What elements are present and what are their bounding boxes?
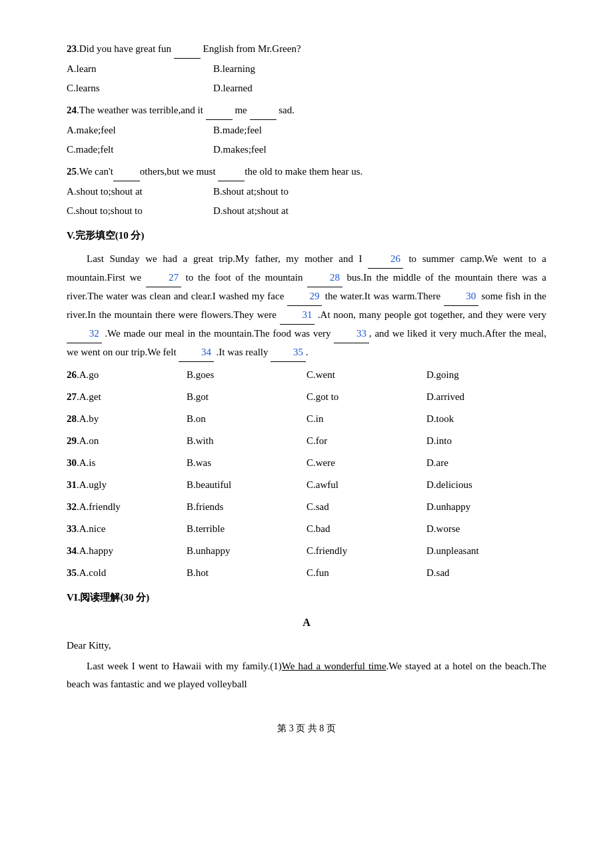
q25-optC: C.shout to;shout to (67, 202, 213, 220)
q33-optD: D.worse (426, 520, 546, 538)
q25-text3: the old to make them hear us. (245, 166, 362, 177)
q31-optD: D.delicious (426, 476, 546, 494)
section6-title: VI.阅读理解(30 分) (67, 589, 546, 607)
q24-text-after: sad. (277, 105, 295, 115)
q33-optC: C.bad (306, 520, 426, 538)
q23-optB: B.learning (213, 60, 360, 78)
answer-row-33: 33.A.nice B.terrible C.bad D.worse (67, 520, 546, 538)
q35-optD: D.sad (426, 564, 546, 582)
answer-row-31: 31.A.ugly B.beautiful C.awful D.deliciou… (67, 476, 546, 494)
section6-passage: Last week I went to Hawaii with my famil… (67, 657, 546, 693)
blank-28: 28 (307, 269, 342, 287)
section6-subtitle: A (67, 613, 546, 633)
question-25: 25.We can't others,but we must the old t… (67, 163, 546, 220)
footer-text: 第 3 页 共 8 页 (277, 723, 336, 733)
answer-row-34: 34.A.happy B.unhappy C.friendly D.unplea… (67, 542, 546, 560)
q28-optD: D.took (426, 410, 546, 428)
page-footer: 第 3 页 共 8 页 (67, 720, 546, 737)
q28-opts: 28.A.by B.on C.in D.took (67, 410, 546, 428)
q30-optC: C.were (306, 454, 426, 472)
q28-optC: C.in (306, 410, 426, 428)
q24-options-row2: C.made;felt D.makes;feel (67, 141, 546, 159)
q26-optB: B.goes (187, 366, 306, 384)
blank-26: 26 (368, 250, 403, 269)
q24-text-before: .The weather was terrible,and it (77, 105, 206, 115)
q25-line: 25.We can't others,but we must the old t… (67, 163, 546, 181)
blank-27: 27 (146, 269, 181, 287)
section5-passage: Last Sunday we had a great trip.My fathe… (67, 250, 546, 362)
q23-blank (174, 40, 201, 59)
q24-line: 24.The weather was terrible,and it me sa… (67, 101, 546, 120)
q23-text-before: .Did you have great fun (77, 43, 174, 54)
q26-optC: C.went (306, 366, 426, 384)
q33-num: 33.A.nice (67, 520, 187, 538)
blank-31: 31 (280, 306, 315, 325)
underlined-phrase: We had a wonderful time (282, 661, 386, 671)
q35-optB: B.hot (187, 564, 306, 582)
q29-num: 29.A.on (67, 432, 187, 450)
q29-opts: 29.A.on B.with C.for D.into (67, 432, 546, 450)
q27-optD: D.arrived (426, 388, 546, 406)
q23-line: 23.Did you have great fun English from M… (67, 40, 546, 59)
q32-opts: 32.A.friendly B.friends C.sad D.unhappy (67, 498, 546, 516)
answer-row-27: 27.A.get B.got C.got to D.arrived (67, 388, 546, 406)
answer-row-35: 35.A.cold B.hot C.fun D.sad (67, 564, 546, 582)
q32-optB: B.friends (187, 498, 306, 516)
q32-num: 32.A.friendly (67, 498, 187, 516)
blank-30: 30 (444, 287, 479, 306)
q35-opts: 35.A.cold B.hot C.fun D.sad (67, 564, 546, 582)
q24-optD: D.makes;feel (213, 141, 360, 159)
q27-opts: 27.A.get B.got C.got to D.arrived (67, 388, 546, 406)
blank-32: 32 (67, 325, 102, 343)
q26-optD: D.going (426, 366, 546, 384)
blank-33: 33 (334, 325, 369, 343)
q23-options-row1: A.learn B.learning (67, 60, 546, 78)
q31-num: 31.A.ugly (67, 476, 187, 494)
q35-num: 35.A.cold (67, 564, 187, 582)
q25-options-row1: A.shout to;shout at B.shout at;shout to (67, 183, 546, 201)
answer-row-26: 26.A.go B.goes C.went D.going (67, 366, 546, 384)
section6-passage-text: Last week I went to Hawaii with my famil… (67, 657, 546, 693)
blank-35: 35 (271, 343, 306, 362)
q25-blank1 (113, 163, 140, 181)
q31-opts: 31.A.ugly B.beautiful C.awful D.deliciou… (67, 476, 546, 494)
q31-optB: B.beautiful (187, 476, 306, 494)
q34-opts: 34.A.happy B.unhappy C.friendly D.unplea… (67, 542, 546, 560)
q30-opts: 30.A.is B.was C.were D.are (67, 454, 546, 472)
q24-number: 24 (67, 105, 77, 115)
q28-optB: B.on (187, 410, 306, 428)
q25-optA: A.shout to;shout at (67, 183, 213, 201)
q24-optC: C.made;felt (67, 141, 213, 159)
q33-opts: 33.A.nice B.terrible C.bad D.worse (67, 520, 546, 538)
q25-options-row2: C.shout to;shout to D.shout at;shout at (67, 202, 546, 220)
q23-options-row2: C.learns D.learned (67, 79, 546, 97)
answer-row-29: 29.A.on B.with C.for D.into (67, 432, 546, 450)
q24-options-row1: A.make;feel B.made;feel (67, 121, 546, 139)
dear-kitty-line: Dear Kitty, (67, 637, 546, 655)
q32-optD: D.unhappy (426, 498, 546, 516)
q27-num: 27.A.get (67, 388, 187, 406)
question-23: 23.Did you have great fun English from M… (67, 40, 546, 97)
answer-row-32: 32.A.friendly B.friends C.sad D.unhappy (67, 498, 546, 516)
q25-optB: B.shout at;shout to (213, 183, 360, 201)
q23-text-after: English from Mr.Green? (201, 43, 301, 54)
q25-text2: others,but we must (140, 166, 219, 177)
q24-blank1 (206, 101, 233, 120)
q23-optD: D.learned (213, 79, 360, 97)
q23-optC: C.learns (67, 79, 213, 97)
q34-optC: C.friendly (306, 542, 426, 560)
q27-optB: B.got (187, 388, 306, 406)
q34-num: 34.A.happy (67, 542, 187, 560)
q24-optB: B.made;feel (213, 121, 360, 139)
answer-row-30: 30.A.is B.was C.were D.are (67, 454, 546, 472)
q30-optB: B.was (187, 454, 306, 472)
q24-optA: A.make;feel (67, 121, 213, 139)
q30-optD: D.are (426, 454, 546, 472)
q35-optC: C.fun (306, 564, 426, 582)
blank-34: 34 (179, 343, 214, 362)
q26-opts: 26.A.go B.goes C.went D.going (67, 366, 546, 384)
passage-text: Last Sunday we had a great trip.My fathe… (67, 250, 546, 362)
q23-number: 23 (67, 43, 77, 54)
q29-optC: C.for (306, 432, 426, 450)
q29-optD: D.into (426, 432, 546, 450)
